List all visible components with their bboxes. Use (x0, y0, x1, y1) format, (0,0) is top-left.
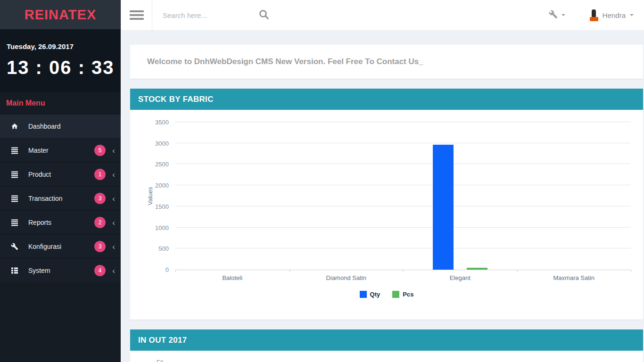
welcome-message: Welcome to DnhWebDesign CMS New Version.… (147, 57, 419, 66)
search-icon (258, 9, 270, 22)
gridline (175, 143, 631, 143)
legend-item-pcs[interactable]: Pcs (392, 291, 413, 298)
legend-label: Qty (370, 291, 380, 298)
legend-swatch (360, 291, 367, 298)
stock-by-fabric-panel: STOCK BY FABRIC Values 05001000150020002… (130, 89, 643, 320)
y-tick-label: 1500 (155, 203, 169, 210)
gridline (175, 206, 631, 206)
chevron-left-icon: ‹ (112, 147, 115, 155)
digital-clock: 13 : 06 : 33 (7, 57, 121, 78)
gridline (175, 164, 631, 164)
sidebar-item-reports[interactable]: Reports 2 ‹ (0, 210, 121, 234)
tools-dropdown[interactable] (549, 10, 565, 21)
x-axis-tick (631, 270, 631, 272)
sidebar-item-master[interactable]: Master 5 ‹ (0, 138, 121, 162)
x-axis-tick (403, 270, 404, 272)
sidebar-item-dashboard[interactable]: Dashboard (0, 114, 121, 138)
search-button[interactable] (258, 9, 270, 22)
x-category-label: Elegant (403, 274, 517, 281)
list-icon (10, 219, 18, 227)
x-axis-tick (175, 270, 176, 272)
x-axis-tick (289, 270, 290, 272)
panel-header: IN OUT 2017 (130, 329, 643, 351)
chart-y-axis-title: Values (147, 187, 154, 205)
y-tick-label: 500 (158, 245, 169, 252)
menu-badge: 3 (94, 193, 106, 204)
chevron-left-icon: ‹ (112, 267, 115, 275)
chart-legend: QtyPcs (130, 291, 643, 298)
sidebar-item-transaction[interactable]: Transaction 3 ‹ (0, 186, 121, 210)
panel-title: IN OUT 2017 (138, 336, 187, 345)
chevron-left-icon: ‹ (112, 195, 115, 203)
menu-badge: 2 (94, 217, 106, 228)
navbar-right: Hendra (549, 9, 634, 21)
avatar (590, 9, 598, 21)
typing-cursor: _ (419, 57, 423, 66)
panel-title: STOCK BY FABRIC (138, 95, 214, 104)
clock-widget: Tuesday, 26.09.2017 13 : 06 : 33 (0, 29, 121, 92)
sidebar-menu: Dashboard Master 5 ‹ Product 1 ‹ Transac… (0, 114, 121, 282)
x-category-label: Maxmara Satin (517, 274, 631, 281)
sidebar: REINATEX Tuesday, 26.09.2017 13 : 06 : 3… (0, 0, 121, 362)
sidebar-item-label: Reports (28, 219, 51, 226)
y-tick-label: 3500 (155, 119, 169, 126)
current-date: Tuesday, 26.09.2017 (7, 42, 121, 50)
chart-plot: Values 0500100015002000250030003500 (175, 122, 631, 270)
gridline (175, 185, 631, 185)
legend-label: Pcs (403, 291, 413, 298)
gridline (175, 248, 631, 248)
wrench-icon (549, 10, 558, 21)
logo-band[interactable]: REINATEX (0, 0, 121, 29)
caret-down-icon (630, 14, 634, 16)
menu-badge: 3 (94, 241, 106, 252)
y-tick-label: 1000 (155, 224, 169, 231)
sidebar-item-label: Master (28, 147, 49, 154)
x-axis-tick (517, 270, 518, 272)
bar-pcs-elegant[interactable] (467, 268, 487, 270)
sidebar-toggle-button[interactable] (121, 0, 152, 30)
menu-badge: 1 (94, 169, 106, 180)
wrench-icon (10, 243, 18, 251)
panel-header: STOCK BY FABRIC (130, 89, 643, 110)
th-list-icon (10, 267, 18, 275)
stock-chart: Values 0500100015002000250030003500 Balo… (130, 110, 643, 320)
y-tick-label: 3000 (155, 140, 169, 147)
main-content: Welcome to DnhWebDesign CMS New Version.… (121, 30, 644, 362)
bar-qty-elegant[interactable] (433, 145, 454, 270)
chevron-left-icon: ‹ (112, 243, 115, 251)
y-tick-label: 2000 (155, 182, 169, 189)
list-icon (10, 171, 18, 179)
x-category-label: Diamond Satin (289, 274, 404, 281)
caret-down-icon (561, 14, 565, 16)
menu-header: Main Menu (0, 92, 121, 114)
sidebar-item-product[interactable]: Product 1 ‹ (0, 162, 121, 186)
in-out-panel-body: Fil (130, 351, 643, 362)
x-category-label: Baloteli (175, 274, 289, 281)
sidebar-item-label: Dashboard (28, 123, 61, 130)
sidebar-item-label: Product (28, 171, 51, 178)
top-navbar: Hendra (121, 0, 644, 30)
sidebar-item-konfigurasi[interactable]: Konfigurasi 3 ‹ (0, 234, 121, 258)
gridline (175, 122, 631, 122)
user-dropdown[interactable]: Hendra (590, 9, 634, 21)
user-name: Hendra (603, 11, 626, 19)
in-out-2017-panel: IN OUT 2017 Fil (130, 329, 643, 362)
sidebar-item-label: Konfigurasi (28, 243, 61, 250)
chevron-left-icon: ‹ (112, 219, 115, 227)
search-bar (152, 9, 549, 22)
y-tick-label: 2500 (155, 161, 169, 168)
home-icon (10, 123, 18, 131)
chevron-left-icon: ‹ (112, 171, 115, 179)
app-logo: REINATEX (25, 7, 96, 23)
list-icon (10, 195, 18, 203)
search-input[interactable] (163, 11, 255, 19)
welcome-banner: Welcome to DnhWebDesign CMS New Version.… (130, 45, 643, 79)
legend-item-qty[interactable]: Qty (360, 291, 380, 298)
menu-badge: 5 (94, 145, 106, 156)
sidebar-item-label: System (28, 267, 50, 274)
sidebar-item-label: Transaction (28, 195, 63, 202)
chart-x-labels: BaloteliDiamond SatinElegantMaxmara Sati… (175, 274, 631, 281)
sidebar-item-system[interactable]: System 4 ‹ (0, 258, 121, 282)
y-tick-label: 0 (165, 266, 169, 273)
clipped-text: Fil (157, 359, 163, 362)
